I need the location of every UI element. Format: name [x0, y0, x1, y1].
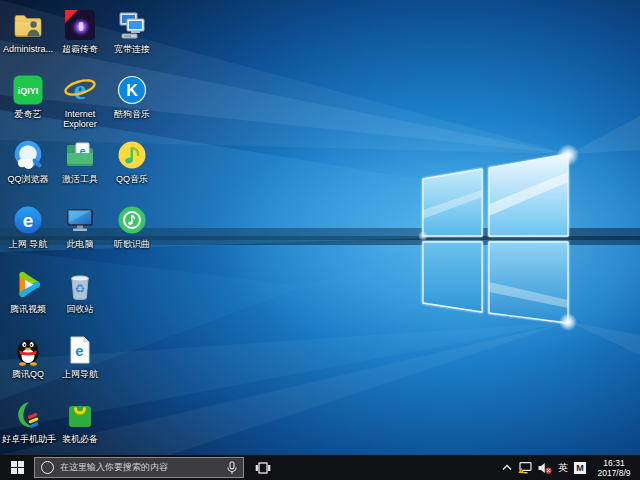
desktop-icon-label: 腾讯视频	[10, 304, 46, 314]
desktop-icon-grid: Administra... 超霸传奇	[2, 4, 158, 455]
task-view-button[interactable]	[248, 455, 278, 480]
system-tray: 英 M 16:31 2017/8/9	[502, 455, 640, 480]
broadband-icon	[115, 8, 149, 42]
svg-text:♻: ♻	[75, 282, 86, 296]
desktop-icon-label: Internet Explorer	[54, 109, 106, 129]
windows-start-icon	[11, 461, 24, 474]
volume-button[interactable]	[538, 455, 552, 480]
recycle-bin-icon: ♻	[63, 268, 97, 302]
ime-language-indicator[interactable]: 英	[558, 455, 568, 480]
task-view-icon	[255, 462, 271, 474]
svg-text:e: e	[74, 74, 86, 105]
taskbar-search-input[interactable]: 在这里输入你要搜索的内容	[34, 457, 244, 478]
svg-text:K: K	[126, 82, 138, 99]
network-status-button[interactable]	[518, 455, 532, 480]
desktop-icon-label: 超霸传奇	[62, 44, 98, 54]
administrator-folder-icon	[11, 8, 45, 42]
tencent-qq-icon	[11, 333, 45, 367]
tencent-video-icon	[11, 268, 45, 302]
desktop-icon-iqiyi[interactable]: iQIYI 爱奇艺	[2, 69, 54, 134]
desktop-icon-label: 酷狗音乐	[114, 109, 150, 119]
desktop-icon-internet-explorer[interactable]: e Internet Explorer	[54, 69, 106, 134]
song-recognition-icon	[115, 203, 149, 237]
activation-tool-icon: e	[63, 138, 97, 172]
desktop-icon-administrator[interactable]: Administra...	[2, 4, 54, 69]
desktop-icon-tencent-qq[interactable]: 腾讯QQ	[2, 329, 54, 394]
search-placeholder: 在这里输入你要搜索的内容	[60, 461, 221, 474]
desktop-icon-song-recognition[interactable]: 听歌识曲	[106, 199, 158, 264]
desktop-icon-label: 激活工具	[62, 174, 98, 184]
desktop-icon-web-navigation-doc[interactable]: e 上网导航	[54, 329, 106, 394]
essential-software-icon	[63, 398, 97, 432]
desktop-icon-label: QQ浏览器	[7, 174, 48, 184]
cortana-circle-icon	[41, 461, 54, 474]
taskbar-clock[interactable]: 16:31 2017/8/9	[592, 458, 636, 478]
chevron-up-icon	[502, 464, 512, 471]
desktop-icon-tencent-video[interactable]: 腾讯视频	[2, 264, 54, 329]
desktop-icon-game[interactable]: 超霸传奇	[54, 4, 106, 69]
desktop-icon-label: 回收站	[67, 304, 94, 314]
desktop-icon-essential-software[interactable]: 装机必备	[54, 394, 106, 455]
svg-text:e: e	[75, 342, 83, 359]
desktop-icon-recycle-bin[interactable]: ♻ 回收站	[54, 264, 106, 329]
desktop-icon-activation-tool[interactable]: e 激活工具	[54, 134, 106, 199]
desktop-icon-this-pc[interactable]: 此电脑	[54, 199, 106, 264]
web-navigation-icon: e	[11, 203, 45, 237]
desktop-icon-label: 装机必备	[62, 434, 98, 444]
desktop-icon-label: 爱奇艺	[15, 109, 42, 119]
svg-text:e: e	[23, 210, 34, 231]
windows-desktop-screen: Administra... 超霸传奇	[0, 0, 640, 480]
desktop-icon-label: 腾讯QQ	[12, 369, 44, 379]
internet-explorer-icon: e	[63, 73, 97, 107]
desktop-icon-label: 听歌识曲	[114, 239, 150, 249]
taskbar: 在这里输入你要搜索的内容	[0, 455, 640, 480]
desktop-icon-label: 上网导航	[62, 369, 98, 379]
qq-music-icon	[115, 138, 149, 172]
desktop-icon-haozhuo[interactable]: 好卓手机助手	[2, 394, 54, 455]
kugou-music-icon: K	[115, 73, 149, 107]
desktop-icon-label: Administra...	[3, 44, 53, 54]
clock-date: 2017/8/9	[597, 468, 630, 478]
this-pc-icon	[63, 203, 97, 237]
desktop-icon-broadband[interactable]: 宽带连接	[106, 4, 158, 69]
desktop-icon-qq-browser[interactable]: QQ浏览器	[2, 134, 54, 199]
iqiyi-icon: iQIYI	[11, 73, 45, 107]
qq-browser-icon	[11, 138, 45, 172]
web-navigation-doc-icon: e	[63, 333, 97, 367]
clock-time: 16:31	[603, 458, 624, 468]
tray-expand-button[interactable]	[502, 455, 512, 480]
desktop-icon-label: QQ音乐	[116, 174, 148, 184]
desktop-icon-qq-music[interactable]: QQ音乐	[106, 134, 158, 199]
start-button[interactable]	[0, 455, 34, 480]
haozhuo-phone-assistant-icon	[11, 398, 45, 432]
svg-text:iQIYI: iQIYI	[18, 86, 39, 96]
speaker-muted-icon	[538, 462, 552, 474]
game-icon	[63, 8, 97, 42]
desktop-icon-label: 此电脑	[67, 239, 94, 249]
desktop-icon-label: 宽带连接	[114, 44, 150, 54]
ethernet-warning-icon	[518, 462, 532, 474]
ime-mode-button[interactable]: M	[574, 455, 586, 480]
desktop-icon-label: 好卓手机助手	[2, 434, 54, 444]
microphone-icon[interactable]	[227, 461, 237, 475]
ime-m-badge: M	[574, 462, 586, 474]
desktop-icon-kugou[interactable]: K 酷狗音乐	[106, 69, 158, 134]
desktop-icon-web-navigation[interactable]: e 上网 导航	[2, 199, 54, 264]
desktop-area[interactable]: Administra... 超霸传奇	[0, 0, 640, 455]
desktop-icon-label: 上网 导航	[9, 239, 48, 249]
